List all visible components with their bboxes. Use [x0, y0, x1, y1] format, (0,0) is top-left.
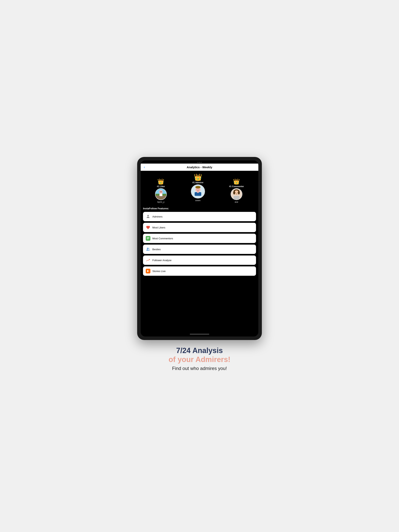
features-label: InstaFollow Features:	[143, 207, 256, 210]
svg-point-28	[147, 248, 148, 249]
feature-besties[interactable]: Besties	[143, 245, 256, 254]
commentors-icon	[146, 236, 150, 241]
commentors-label: Most Commentors	[152, 237, 173, 240]
svg-rect-4	[159, 194, 162, 196]
svg-point-12	[199, 189, 199, 190]
svg-point-10	[195, 186, 200, 189]
admirers-icon	[146, 214, 150, 219]
feature-likers[interactable]: Most Likers	[143, 223, 256, 232]
svg-rect-27	[147, 239, 148, 239]
feature-follower[interactable]: Follower Analyse	[143, 255, 256, 265]
follower-label: Follower Analyse	[152, 259, 171, 262]
admirer-avatar	[191, 184, 205, 198]
status-dot-2	[199, 162, 200, 163]
svg-point-11	[197, 189, 197, 190]
commenter-username: ece	[235, 201, 238, 203]
likers-icon	[146, 225, 150, 230]
page-wrapper: ‹ Analytics - Weekly 👑 #1 Liker	[126, 149, 273, 383]
top-user-admirer[interactable]: 👑 #1 Admirer	[191, 174, 205, 202]
svg-marker-30	[147, 270, 149, 272]
feature-commentors[interactable]: Most Commentors	[143, 234, 256, 243]
svg-point-19	[237, 192, 238, 193]
top-user-commenter[interactable]: 👑 #1 Commenter	[229, 179, 244, 203]
svg-point-3	[159, 190, 163, 194]
tablet-device: ‹ Analytics - Weekly 👑 #1 Liker	[137, 157, 262, 340]
bottom-text: 7/24 Analysis of your Admirers! Find out…	[168, 346, 230, 371]
besties-label: Besties	[152, 248, 161, 251]
tablet-screen: ‹ Analytics - Weekly 👑 #1 Liker	[141, 160, 258, 336]
svg-rect-22	[234, 196, 239, 200]
top-user-liker[interactable]: 👑 #1 Liker	[155, 179, 167, 203]
svg-point-21	[238, 191, 240, 195]
admirer-rank: #1 Admirer	[192, 181, 203, 184]
analysis-title: 7/24 Analysis	[168, 346, 230, 355]
svg-point-20	[233, 191, 235, 195]
svg-point-29	[148, 248, 149, 249]
liker-avatar	[155, 188, 167, 200]
svg-rect-25	[147, 237, 149, 238]
svg-rect-5	[160, 192, 161, 192]
status-dots	[198, 162, 201, 163]
feature-stories[interactable]: Stories Live	[143, 266, 256, 276]
admirer-username: snem	[195, 199, 200, 202]
header-title: Analytics - Weekly	[144, 165, 255, 169]
svg-point-23	[147, 215, 149, 216]
app-header: ‹ Analytics - Weekly	[141, 164, 258, 171]
features-section: InstaFollow Features: Admirers	[141, 205, 258, 276]
stories-icon	[146, 269, 150, 273]
svg-rect-26	[147, 238, 149, 238]
top-users-section: 👑 #1 Liker	[141, 171, 258, 205]
home-bar	[190, 334, 209, 335]
liker-rank: #1 Liker	[157, 185, 165, 188]
stories-label: Stories Live	[152, 270, 166, 273]
svg-rect-14	[197, 192, 199, 193]
status-bar	[141, 160, 258, 164]
back-button[interactable]: ‹	[144, 165, 145, 169]
svg-rect-6	[161, 192, 162, 192]
likers-label: Most Likers	[152, 226, 165, 229]
feature-admirers[interactable]: Admirers	[143, 212, 256, 221]
commenter-avatar	[231, 188, 242, 200]
status-dot-1	[198, 162, 198, 163]
status-dot-3	[201, 162, 201, 163]
analysis-desc: Find out who admires you!	[168, 366, 230, 371]
crown-admirer: 👑	[194, 174, 202, 181]
besties-icon	[146, 247, 150, 252]
analysis-subtitle: of your Admirers!	[168, 355, 230, 364]
crown-liker: 👑	[157, 179, 164, 184]
commenter-rank: #1 Commenter	[229, 185, 244, 188]
black-area	[141, 277, 258, 332]
follower-icon	[146, 258, 150, 262]
svg-point-18	[235, 192, 236, 193]
admirers-label: Admirers	[152, 215, 162, 218]
liker-username: byrm_y	[157, 201, 164, 203]
crown-commenter: 👑	[233, 179, 240, 184]
home-indicator	[141, 332, 258, 336]
